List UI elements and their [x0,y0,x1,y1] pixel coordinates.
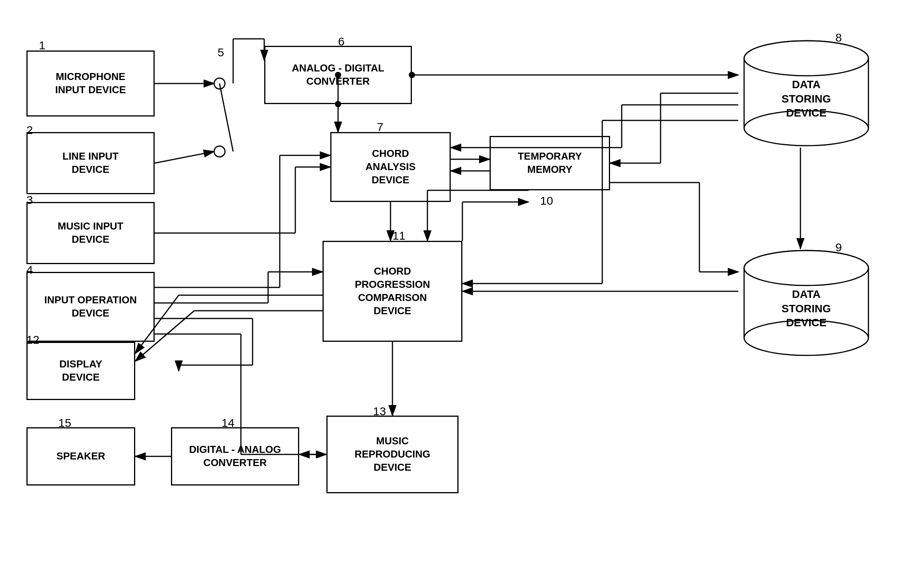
chord-analysis-box: CHORDANALYSISDEVICE [330,132,451,202]
adc-box: ANALOG - DIGITALCONVERTER [264,46,412,104]
svg-point-14 [214,78,225,89]
music-input-box: MUSIC INPUTDEVICE [26,202,155,264]
temp-memory-box: TEMPORARYMEMORY [490,136,610,190]
svg-point-5 [744,41,868,76]
label-14: 14 [221,416,234,430]
svg-line-16 [220,84,233,151]
label-6: 6 [338,35,345,48]
label-13: 13 [373,405,386,418]
label-1: 1 [39,39,45,52]
diagram: MICROPHONEINPUT DEVICE 1 LINE INPUTDEVIC… [0,0,924,576]
label-10: 10 [540,194,553,207]
label-3: 3 [26,193,33,207]
data-store-bot-label: DATASTORINGDEVICE [781,287,831,330]
label-15: 15 [58,416,71,430]
svg-line-20 [155,151,214,163]
chord-prog-box: CHORDPROGRESSIONCOMPARISONDEVICE [323,241,462,342]
input-op-box: INPUT OPERATIONDEVICE [26,272,155,342]
speaker-box: SPEAKER [26,427,135,486]
line-input-box: LINE INPUTDEVICE [26,132,155,194]
svg-text:5: 5 [218,46,224,59]
label-2: 2 [26,124,33,137]
label-7: 7 [377,120,384,134]
label-4: 4 [26,263,33,277]
data-store-top: DATASTORINGDEVICE [738,39,874,148]
dac-box: DIGITAL - ANALOGCONVERTER [171,427,299,486]
svg-point-11 [744,251,868,285]
label-12: 12 [26,333,39,346]
label-8: 8 [835,31,842,44]
data-store-bot: DATASTORINGDEVICE [738,249,874,357]
label-11: 11 [392,229,405,242]
display-box: DISPLAYDEVICE [26,342,135,400]
data-store-top-label: DATASTORINGDEVICE [781,78,831,120]
music-repro-box: MUSICREPRODUCINGDEVICE [326,416,459,493]
mic-input-box: MICROPHONEINPUT DEVICE [26,50,155,117]
svg-point-15 [214,146,225,157]
label-9: 9 [835,241,842,254]
